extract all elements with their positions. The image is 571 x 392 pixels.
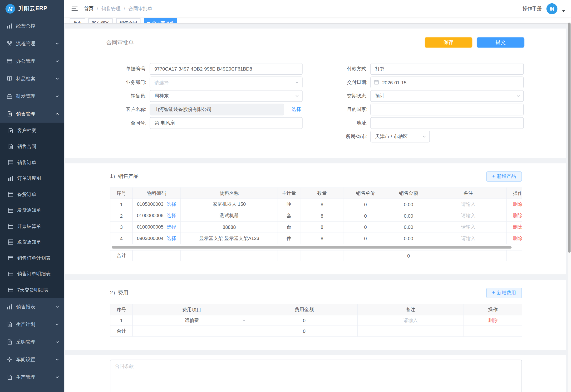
tab-home[interactable]: 首页 [70, 18, 85, 23]
plus-icon: + [492, 290, 495, 295]
col-material-code: 物料编码 [133, 188, 180, 199]
document-icon [7, 322, 13, 327]
breadcrumb-home[interactable]: 首页 [84, 5, 93, 12]
tab-contract-approval[interactable]: 合同审批单 [144, 18, 177, 23]
chevron-down-icon [55, 375, 59, 379]
note-cell[interactable]: 请输入 [357, 315, 464, 326]
sidebar-item-sales-management[interactable]: 销售管理 [0, 105, 64, 123]
delete-row-link[interactable]: 删除 [507, 221, 522, 233]
sidebar-item-purchasing-management[interactable]: 采购管理 [0, 333, 64, 351]
sidebar-item-order-progress-chart[interactable]: 订单进度图 [0, 171, 64, 186]
card-icon [8, 255, 14, 261]
doc-code-input[interactable] [150, 63, 303, 75]
add-product-button[interactable]: +新增产品 [486, 171, 522, 182]
bar-chart-icon [7, 304, 13, 310]
select-material-link[interactable]: 选择 [167, 236, 176, 241]
select-material-link[interactable]: 选择 [167, 201, 176, 207]
manual-link[interactable]: 操作手册 [523, 5, 541, 12]
note-cell[interactable]: 请输入 [430, 199, 507, 210]
delete-row-link[interactable]: 删除 [507, 199, 522, 210]
address-input[interactable] [370, 117, 524, 129]
sidebar-item-sales-order-plan[interactable]: 销售订单计划表 [0, 250, 64, 266]
sidebar-item-material-archives[interactable]: 料品档案 [0, 70, 64, 87]
delivery-date-input[interactable] [370, 76, 524, 88]
user-avatar[interactable]: M [546, 3, 557, 14]
delivery-status-select[interactable] [370, 90, 524, 102]
horizontal-scrollbar-thumb[interactable] [112, 246, 511, 249]
sidebar-item-delivery-notices[interactable]: 发货通知单 [0, 202, 64, 218]
sidebar-item-workshop-settings[interactable]: 车间设置 [0, 351, 64, 368]
sidebar-item-process-management[interactable]: 流程管理 [0, 35, 64, 52]
note-cell[interactable]: 请输入 [430, 233, 507, 244]
card-icon [8, 271, 14, 277]
sidebar-item-rd-management[interactable]: 研发管理 [0, 87, 64, 105]
destination-country-label: 目的国家: [316, 106, 370, 113]
note-cell[interactable]: 请输入 [430, 210, 507, 221]
caret-down-icon[interactable] [562, 10, 565, 12]
sidebar-item-production-planning[interactable]: 生产计划 [0, 316, 64, 333]
sidebar-item-operations-overview[interactable]: 经营总控 [0, 17, 64, 35]
sidebar-item-production-management[interactable]: 生产管理 [0, 368, 64, 386]
product-row: 4 0903000004选择 显示器支架 显示器支架A123 件 8 0 0.0… [110, 233, 522, 244]
total-amount: 0 [251, 326, 357, 336]
sidebar-item-seven-day-delivery[interactable]: 7天交货明细表 [0, 282, 64, 298]
contract-terms-textarea[interactable] [110, 360, 522, 392]
contract-no-input[interactable] [150, 117, 303, 129]
select-material-link[interactable]: 选择 [167, 224, 176, 229]
flow-icon [7, 41, 13, 47]
table-icon [8, 192, 14, 197]
col-unit: 主计量 [278, 188, 300, 199]
submit-button[interactable]: 提交 [477, 37, 524, 47]
brand-logo-icon: M [5, 4, 15, 13]
tab-sales-contracts[interactable]: 销售合同 [116, 18, 140, 23]
select-material-link[interactable]: 选择 [167, 213, 176, 218]
destination-country-input[interactable] [370, 104, 524, 115]
sidebar-item-clipped[interactable] [0, 386, 64, 392]
delete-row-link[interactable]: 删除 [507, 210, 522, 221]
sidebar-item-sales-order-details[interactable]: 销售订单明细表 [0, 266, 64, 282]
plus-icon: + [492, 173, 495, 179]
document-icon [8, 144, 14, 150]
sidebar-item-sales-orders[interactable]: 销售订单 [0, 154, 64, 170]
sidebar-item-office-management[interactable]: 办公管理 [0, 52, 64, 70]
col-qty: 数量 [300, 188, 344, 199]
sidebar-item-customer-archives[interactable]: 客户档案 [0, 123, 64, 139]
sidebar-item-invoicing-settlement[interactable]: 开票结算单 [0, 218, 64, 234]
vertical-scrollbar-thumb[interactable] [568, 23, 571, 253]
table-icon [8, 207, 14, 213]
business-dept-select[interactable] [150, 76, 303, 88]
note-cell[interactable]: 请输入 [430, 221, 507, 233]
col-seq: 序号 [110, 304, 133, 315]
vertical-scrollbar[interactable] [568, 22, 571, 392]
col-note: 备注 [357, 304, 464, 315]
products-section-title: 1）销售产品 [110, 173, 138, 180]
document-icon [7, 111, 13, 117]
payment-method-input[interactable] [370, 63, 524, 75]
choose-customer-link[interactable]: 选择 [291, 106, 301, 113]
app-root: M 升阳云ERP 经营总控 流程管理 办公管理 料品档案 [0, 0, 571, 392]
col-note: 备注 [430, 188, 507, 199]
province-city-label: 所属省/市: [316, 133, 370, 140]
sidebar-item-return-notices[interactable]: 退货通知单 [0, 234, 64, 250]
breadcrumb-sales[interactable]: 销售管理 [101, 5, 120, 12]
delete-row-link[interactable]: 删除 [507, 233, 522, 244]
save-button[interactable]: 保存 [424, 37, 472, 47]
province-city-select[interactable] [370, 131, 430, 142]
expense-item-select[interactable]: 运输费 [133, 315, 251, 326]
col-expense-amount: 费用金额 [251, 304, 357, 315]
horizontal-scrollbar[interactable] [110, 246, 522, 249]
sidebar-item-sales-reports[interactable]: 销售报表 [0, 298, 64, 316]
sidebar-item-stock-orders[interactable]: 备货订单 [0, 186, 64, 202]
tabs-bar: 首页 客户档案 销售合同 合同审批单 [64, 17, 571, 23]
delete-row-link[interactable]: 删除 [464, 315, 522, 326]
main-area: 首页 / 销售管理 / 合同审批单 操作手册 M 首页 客户档案 销售合同 合同… [64, 0, 571, 392]
sidebar-menu: 经营总控 流程管理 办公管理 料品档案 研发管理 [0, 17, 64, 392]
col-actions: 操作 [507, 188, 522, 199]
topbar-right: 操作手册 M [523, 3, 565, 14]
form-actions: 保存 提交 [424, 37, 524, 47]
tab-customer-archives[interactable]: 客户档案 [89, 18, 113, 23]
salesperson-select[interactable] [150, 90, 303, 102]
add-expense-button[interactable]: +新增费用 [486, 288, 522, 298]
sidebar-item-sales-contracts[interactable]: 销售合同 [0, 139, 64, 154]
sidebar-toggle-icon[interactable] [72, 6, 78, 11]
